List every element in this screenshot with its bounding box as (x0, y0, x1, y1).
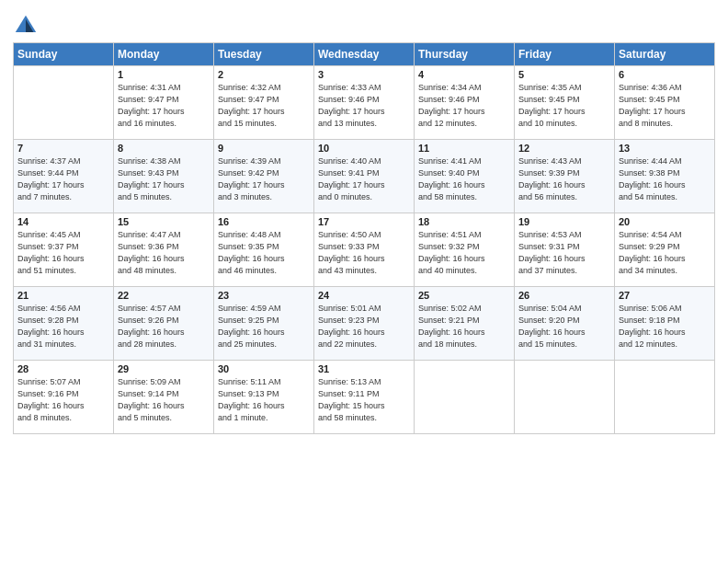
calendar-header-row: SundayMondayTuesdayWednesdayThursdayFrid… (14, 43, 715, 66)
calendar-table: SundayMondayTuesdayWednesdayThursdayFrid… (13, 42, 715, 434)
day-number: 7 (17, 143, 109, 154)
calendar-cell: 24Sunrise: 5:01 AM Sunset: 9:23 PM Dayli… (314, 287, 415, 361)
calendar-cell: 10Sunrise: 4:40 AM Sunset: 9:41 PM Dayli… (314, 140, 415, 213)
day-number: 27 (619, 290, 711, 301)
day-number: 20 (619, 216, 711, 227)
calendar-cell: 25Sunrise: 5:02 AM Sunset: 9:21 PM Dayli… (415, 287, 515, 361)
day-number: 8 (118, 143, 210, 154)
day-number: 14 (17, 216, 109, 227)
calendar-week-row: 21Sunrise: 4:56 AM Sunset: 9:28 PM Dayli… (14, 287, 715, 361)
logo (13, 13, 40, 39)
calendar-cell: 2Sunrise: 4:32 AM Sunset: 9:47 PM Daylig… (214, 66, 314, 140)
day-number: 28 (17, 363, 109, 374)
day-number: 25 (418, 290, 510, 301)
calendar-cell: 4Sunrise: 4:34 AM Sunset: 9:46 PM Daylig… (415, 66, 515, 140)
calendar-cell: 17Sunrise: 4:50 AM Sunset: 9:33 PM Dayli… (314, 213, 415, 287)
cell-content: Sunrise: 4:50 AM Sunset: 9:33 PM Dayligh… (318, 229, 410, 277)
calendar-cell: 23Sunrise: 4:59 AM Sunset: 9:25 PM Dayli… (214, 287, 314, 361)
day-number: 10 (318, 143, 410, 154)
day-number: 26 (518, 290, 610, 301)
day-number: 15 (118, 216, 210, 227)
cell-content: Sunrise: 4:34 AM Sunset: 9:46 PM Dayligh… (418, 82, 510, 130)
calendar-cell (415, 361, 515, 434)
day-number: 4 (418, 69, 510, 80)
day-number: 17 (318, 216, 410, 227)
day-number: 29 (118, 363, 210, 374)
calendar-cell (515, 361, 615, 434)
day-number: 30 (218, 363, 310, 374)
day-number: 31 (318, 363, 410, 374)
cell-content: Sunrise: 4:35 AM Sunset: 9:45 PM Dayligh… (518, 82, 610, 130)
cell-content: Sunrise: 4:33 AM Sunset: 9:46 PM Dayligh… (318, 82, 410, 130)
cell-content: Sunrise: 5:06 AM Sunset: 9:18 PM Dayligh… (619, 303, 711, 350)
cell-content: Sunrise: 4:47 AM Sunset: 9:36 PM Dayligh… (118, 229, 210, 277)
cell-content: Sunrise: 4:59 AM Sunset: 9:25 PM Dayligh… (218, 303, 310, 350)
header (13, 9, 715, 39)
cell-content: Sunrise: 5:04 AM Sunset: 9:20 PM Dayligh… (518, 303, 610, 350)
calendar-week-row: 1Sunrise: 4:31 AM Sunset: 9:47 PM Daylig… (14, 66, 715, 140)
day-of-week-header: Wednesday (314, 43, 415, 66)
page: SundayMondayTuesdayWednesdayThursdayFrid… (0, 0, 728, 563)
cell-content: Sunrise: 5:11 AM Sunset: 9:13 PM Dayligh… (218, 376, 310, 424)
calendar-cell: 8Sunrise: 4:38 AM Sunset: 9:43 PM Daylig… (114, 140, 214, 213)
calendar-cell: 9Sunrise: 4:39 AM Sunset: 9:42 PM Daylig… (214, 140, 314, 213)
calendar-cell: 26Sunrise: 5:04 AM Sunset: 9:20 PM Dayli… (515, 287, 615, 361)
calendar-cell: 27Sunrise: 5:06 AM Sunset: 9:18 PM Dayli… (615, 287, 715, 361)
calendar-cell: 12Sunrise: 4:43 AM Sunset: 9:39 PM Dayli… (515, 140, 615, 213)
cell-content: Sunrise: 5:09 AM Sunset: 9:14 PM Dayligh… (118, 376, 210, 424)
cell-content: Sunrise: 5:13 AM Sunset: 9:11 PM Dayligh… (318, 376, 410, 424)
calendar-cell: 14Sunrise: 4:45 AM Sunset: 9:37 PM Dayli… (14, 213, 114, 287)
cell-content: Sunrise: 4:39 AM Sunset: 9:42 PM Dayligh… (218, 155, 310, 203)
logo-icon (13, 13, 39, 39)
cell-content: Sunrise: 5:01 AM Sunset: 9:23 PM Dayligh… (318, 303, 410, 350)
cell-content: Sunrise: 4:36 AM Sunset: 9:45 PM Dayligh… (619, 82, 711, 130)
cell-content: Sunrise: 4:43 AM Sunset: 9:39 PM Dayligh… (518, 155, 610, 203)
calendar-cell (14, 66, 114, 140)
cell-content: Sunrise: 5:02 AM Sunset: 9:21 PM Dayligh… (418, 303, 510, 350)
calendar-cell: 28Sunrise: 5:07 AM Sunset: 9:16 PM Dayli… (14, 361, 114, 434)
day-number: 21 (17, 290, 109, 301)
day-number: 13 (619, 143, 711, 154)
day-of-week-header: Monday (114, 43, 214, 66)
day-number: 23 (218, 290, 310, 301)
calendar-cell: 22Sunrise: 4:57 AM Sunset: 9:26 PM Dayli… (114, 287, 214, 361)
calendar-week-row: 28Sunrise: 5:07 AM Sunset: 9:16 PM Dayli… (14, 361, 715, 434)
cell-content: Sunrise: 4:41 AM Sunset: 9:40 PM Dayligh… (418, 155, 510, 203)
day-of-week-header: Thursday (415, 43, 515, 66)
day-number: 19 (518, 216, 610, 227)
calendar-cell: 18Sunrise: 4:51 AM Sunset: 9:32 PM Dayli… (415, 213, 515, 287)
calendar-cell: 1Sunrise: 4:31 AM Sunset: 9:47 PM Daylig… (114, 66, 214, 140)
day-number: 22 (118, 290, 210, 301)
calendar-cell: 3Sunrise: 4:33 AM Sunset: 9:46 PM Daylig… (314, 66, 415, 140)
cell-content: Sunrise: 4:40 AM Sunset: 9:41 PM Dayligh… (318, 155, 410, 203)
day-of-week-header: Sunday (14, 43, 114, 66)
day-number: 2 (218, 69, 310, 80)
cell-content: Sunrise: 4:38 AM Sunset: 9:43 PM Dayligh… (118, 155, 210, 203)
cell-content: Sunrise: 4:51 AM Sunset: 9:32 PM Dayligh… (418, 229, 510, 277)
day-number: 11 (418, 143, 510, 154)
cell-content: Sunrise: 4:57 AM Sunset: 9:26 PM Dayligh… (118, 303, 210, 350)
day-number: 1 (118, 69, 210, 80)
calendar-cell: 31Sunrise: 5:13 AM Sunset: 9:11 PM Dayli… (314, 361, 415, 434)
calendar-cell: 20Sunrise: 4:54 AM Sunset: 9:29 PM Dayli… (615, 213, 715, 287)
cell-content: Sunrise: 4:56 AM Sunset: 9:28 PM Dayligh… (17, 303, 109, 350)
calendar-cell: 30Sunrise: 5:11 AM Sunset: 9:13 PM Dayli… (214, 361, 314, 434)
calendar-cell: 5Sunrise: 4:35 AM Sunset: 9:45 PM Daylig… (515, 66, 615, 140)
day-number: 24 (318, 290, 410, 301)
calendar-cell: 7Sunrise: 4:37 AM Sunset: 9:44 PM Daylig… (14, 140, 114, 213)
day-number: 16 (218, 216, 310, 227)
day-of-week-header: Saturday (615, 43, 715, 66)
cell-content: Sunrise: 4:37 AM Sunset: 9:44 PM Dayligh… (17, 155, 109, 203)
cell-content: Sunrise: 4:31 AM Sunset: 9:47 PM Dayligh… (118, 82, 210, 130)
day-of-week-header: Friday (515, 43, 615, 66)
day-of-week-header: Tuesday (214, 43, 314, 66)
cell-content: Sunrise: 4:32 AM Sunset: 9:47 PM Dayligh… (218, 82, 310, 130)
cell-content: Sunrise: 4:53 AM Sunset: 9:31 PM Dayligh… (518, 229, 610, 277)
day-number: 12 (518, 143, 610, 154)
calendar-cell: 15Sunrise: 4:47 AM Sunset: 9:36 PM Dayli… (114, 213, 214, 287)
calendar-week-row: 14Sunrise: 4:45 AM Sunset: 9:37 PM Dayli… (14, 213, 715, 287)
calendar-cell: 29Sunrise: 5:09 AM Sunset: 9:14 PM Dayli… (114, 361, 214, 434)
calendar-cell: 11Sunrise: 4:41 AM Sunset: 9:40 PM Dayli… (415, 140, 515, 213)
calendar-cell: 13Sunrise: 4:44 AM Sunset: 9:38 PM Dayli… (615, 140, 715, 213)
cell-content: Sunrise: 4:44 AM Sunset: 9:38 PM Dayligh… (619, 155, 711, 203)
